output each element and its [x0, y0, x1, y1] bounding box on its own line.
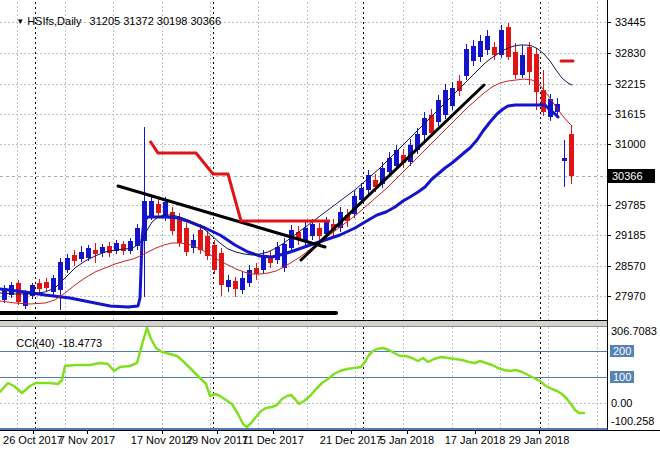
price-axis-label: 31000: [615, 138, 646, 150]
time-axis-label: 21 Dec 2017: [320, 434, 382, 446]
chart-title: ▼HSIfs,Daily31205 31372 30198 30366: [4, 3, 221, 39]
cci-axis-label: 0.00: [611, 397, 632, 409]
price-axis-label: 32830: [615, 47, 646, 59]
cci-level-tag-value: 100: [613, 371, 631, 383]
cci-level-tag-value: 200: [613, 345, 631, 357]
price-axis-label: 27970: [615, 290, 646, 302]
indicator-label: CCI(40)-18.4773: [4, 325, 106, 361]
price-axis-label: 29185: [615, 229, 646, 241]
time-axis-label: 17 Nov 2017: [131, 434, 193, 446]
last-price-tag-value: 30366: [612, 170, 643, 182]
price-axis-label: 33445: [615, 16, 646, 28]
price-axis-background[interactable]: [608, 0, 660, 430]
mt4-chart-window: 3344532830322153161531000297852918528570…: [0, 0, 660, 450]
chart-canvas: 3344532830322153161531000297852918528570…: [0, 0, 660, 450]
symbol-timeframe-label: HSIfs,Daily: [27, 15, 81, 27]
indicator-name: CCI(40): [16, 337, 55, 349]
time-axis-label: 29 Nov 2017: [186, 434, 248, 446]
price-axis-label: 28570: [615, 260, 646, 272]
cci-axis-label: 306.7083: [611, 325, 657, 337]
price-axis-label: 31615: [615, 108, 646, 120]
price-axis-label: 29785: [615, 199, 646, 211]
cci-axis-label: -100.258: [611, 415, 654, 427]
main-chart-surface[interactable]: [0, 0, 607, 320]
symbol-marker-icon: ▼: [16, 17, 24, 26]
time-axis-label: 7 Nov 2017: [59, 434, 115, 446]
time-axis-label: 5 Jan 2018: [380, 434, 434, 446]
time-axis-label: 29 Jan 2018: [509, 434, 570, 446]
ohlc-readout: 31205 31372 30198 30366: [90, 15, 222, 27]
time-axis-label: 11 Dec 2017: [242, 434, 304, 446]
indicator-value: -18.4773: [59, 337, 102, 349]
time-axis-label: 17 Jan 2018: [445, 434, 506, 446]
price-axis-label: 32215: [615, 78, 646, 90]
time-axis[interactable]: 26 Oct 20177 Nov 201717 Nov 201729 Nov 2…: [0, 431, 660, 450]
time-axis-label: 26 Oct 2017: [3, 434, 63, 446]
